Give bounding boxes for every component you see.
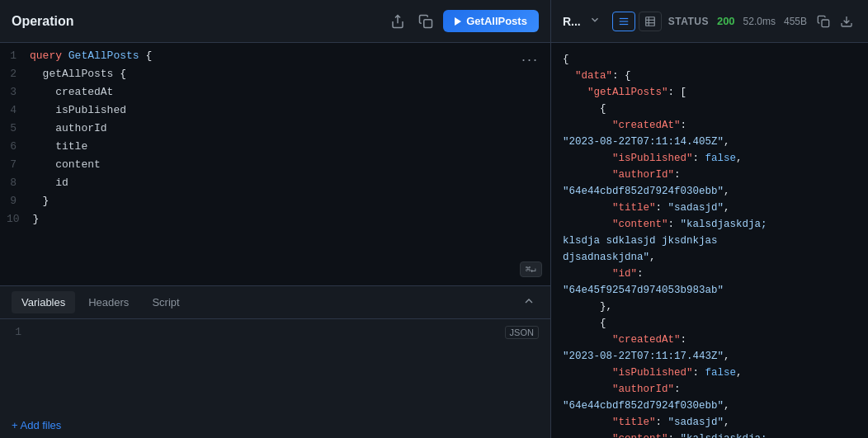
download-response-button[interactable] bbox=[837, 12, 856, 31]
add-files-button[interactable]: + Add files bbox=[0, 412, 550, 438]
right-panel: R... STATUS 200 bbox=[551, 0, 868, 438]
code-line-4: 4 isPublished bbox=[0, 104, 550, 122]
code-line-7: 7 content bbox=[0, 158, 550, 177]
code-line-5: 5 authorId bbox=[0, 122, 550, 140]
code-line-8: 8 id bbox=[0, 177, 550, 195]
code-line-2: 2 getAllPosts { bbox=[0, 68, 550, 86]
play-icon bbox=[455, 17, 461, 26]
response-dropdown-button[interactable] bbox=[587, 12, 602, 30]
share-icon-button[interactable] bbox=[387, 11, 408, 32]
code-line-3: 3 createdAt bbox=[0, 86, 550, 104]
more-options-button[interactable]: ··· bbox=[518, 49, 542, 70]
json-format-label: JSON bbox=[505, 326, 539, 339]
code-line-9: 9 } bbox=[0, 195, 550, 213]
svg-rect-0 bbox=[424, 19, 432, 27]
response-header: R... STATUS 200 bbox=[551, 0, 868, 43]
variables-panel: Variables Headers Script 1 JSON + Add fi… bbox=[0, 285, 550, 438]
variables-content: 1 JSON bbox=[0, 319, 550, 412]
copy-icon-button[interactable] bbox=[415, 11, 436, 32]
tabs-list: Variables Headers Script bbox=[12, 291, 190, 313]
view-toggle-group bbox=[612, 12, 662, 31]
bottom-tabs-bar: Variables Headers Script bbox=[0, 286, 550, 319]
keyboard-hint: ⌘↵ bbox=[520, 261, 542, 277]
status-code: 200 bbox=[717, 15, 735, 27]
status-section: STATUS 200 52.0ms 455B bbox=[668, 15, 807, 27]
response-time: 52.0ms bbox=[743, 16, 776, 27]
operation-title: Operation bbox=[12, 14, 74, 29]
svg-rect-4 bbox=[645, 16, 654, 26]
tab-script[interactable]: Script bbox=[142, 291, 189, 313]
header-actions: GetAllPosts bbox=[387, 10, 539, 32]
code-editor[interactable]: ··· 1 query GetAllPosts { 2 getAllPosts … bbox=[0, 43, 550, 285]
operation-header: Operation GetAllPosts bbox=[0, 0, 550, 43]
status-label: STATUS bbox=[668, 16, 709, 27]
tab-headers[interactable]: Headers bbox=[78, 291, 139, 313]
tab-variables[interactable]: Variables bbox=[12, 291, 75, 313]
svg-rect-8 bbox=[822, 20, 829, 27]
list-view-button[interactable] bbox=[612, 12, 635, 31]
response-actions bbox=[814, 12, 856, 31]
run-button[interactable]: GetAllPosts bbox=[443, 10, 539, 32]
response-size: 455B bbox=[784, 16, 807, 27]
copy-response-button[interactable] bbox=[814, 12, 833, 31]
run-button-label: GetAllPosts bbox=[466, 15, 527, 27]
json-response-content[interactable]: { "data": { "getAllPosts": [ { "createdA… bbox=[551, 43, 868, 438]
code-line-6: 6 title bbox=[0, 140, 550, 158]
response-name: R... bbox=[563, 15, 581, 28]
table-view-button[interactable] bbox=[639, 12, 662, 31]
collapse-button[interactable] bbox=[519, 291, 539, 314]
code-line-1: 1 query GetAllPosts { bbox=[0, 49, 550, 68]
left-panel: Operation GetAllPosts ··· 1 qu bbox=[0, 0, 551, 438]
code-line-10: 10 } bbox=[0, 213, 550, 231]
